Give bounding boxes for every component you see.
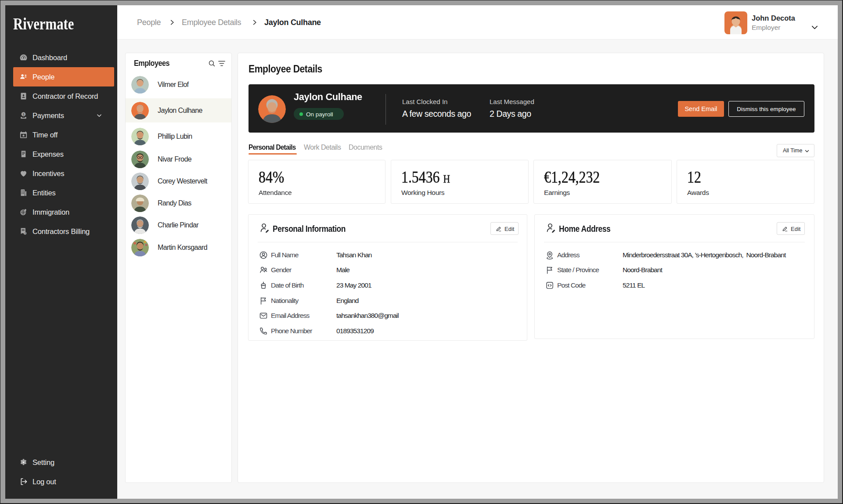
svg-text:3: 3: [25, 232, 26, 234]
svg-text:$: $: [23, 113, 25, 116]
